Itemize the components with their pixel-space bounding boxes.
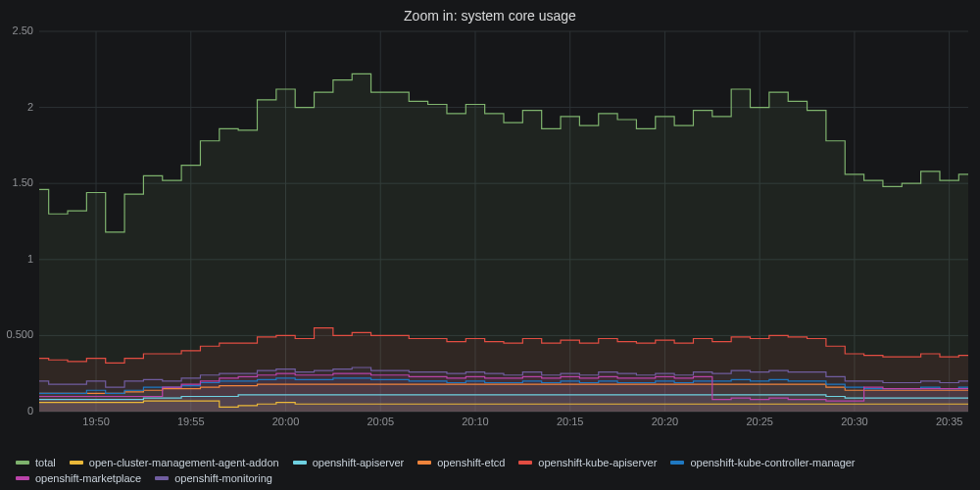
legend-label: openshift-apiserver xyxy=(313,457,405,468)
legend-item[interactable]: openshift-marketplace xyxy=(16,472,141,484)
svg-text:20:10: 20:10 xyxy=(462,416,489,427)
legend-label: openshift-kube-apiserver xyxy=(538,457,657,468)
svg-text:20:20: 20:20 xyxy=(652,416,679,427)
legend-swatch xyxy=(293,461,307,465)
legend-swatch xyxy=(518,461,532,465)
chart-title: Zoom in: system core usage xyxy=(0,0,980,27)
svg-text:2: 2 xyxy=(27,101,33,113)
legend-swatch xyxy=(16,461,29,465)
svg-text:1.50: 1.50 xyxy=(13,176,33,188)
legend-label: total xyxy=(35,457,56,468)
legend-item[interactable]: open-cluster-management-agent-addon xyxy=(70,457,279,468)
legend-item[interactable]: openshift-etcd xyxy=(417,457,505,468)
legend-item[interactable]: openshift-monitoring xyxy=(155,472,272,484)
svg-text:20:30: 20:30 xyxy=(841,416,868,427)
chart-plot-area[interactable]: 00.50011.5022.5019:5019:5520:0020:0520:1… xyxy=(39,31,968,429)
svg-text:0: 0 xyxy=(27,405,33,416)
legend-swatch xyxy=(70,461,83,465)
svg-text:19:50: 19:50 xyxy=(82,416,110,427)
chart-svg[interactable]: 00.50011.5022.5019:5019:5520:0020:0520:1… xyxy=(39,31,968,429)
legend-swatch xyxy=(417,461,431,465)
svg-text:20:35: 20:35 xyxy=(936,416,963,427)
legend-item[interactable]: openshift-apiserver xyxy=(293,457,405,468)
svg-text:20:15: 20:15 xyxy=(557,416,584,427)
svg-text:1: 1 xyxy=(27,253,33,265)
svg-text:2.50: 2.50 xyxy=(13,24,33,36)
chart-legend: totalopen-cluster-management-agent-addon… xyxy=(16,457,968,484)
legend-swatch xyxy=(155,476,169,480)
legend-label: openshift-kube-controller-manager xyxy=(690,457,855,468)
svg-text:0.500: 0.500 xyxy=(6,328,33,340)
chart-panel: Zoom in: system core usage 00.50011.5022… xyxy=(0,0,980,490)
svg-text:20:00: 20:00 xyxy=(272,416,300,427)
legend-item[interactable]: total xyxy=(16,457,56,468)
svg-text:19:55: 19:55 xyxy=(177,416,205,427)
legend-item[interactable]: openshift-kube-controller-manager xyxy=(670,457,855,468)
legend-label: open-cluster-management-agent-addon xyxy=(89,457,279,468)
svg-text:20:25: 20:25 xyxy=(746,416,773,427)
legend-swatch xyxy=(670,461,684,465)
svg-text:20:05: 20:05 xyxy=(367,416,394,427)
legend-label: openshift-monitoring xyxy=(174,472,272,484)
legend-swatch xyxy=(16,476,29,480)
legend-label: openshift-marketplace xyxy=(35,472,141,484)
legend-label: openshift-etcd xyxy=(437,457,505,468)
legend-item[interactable]: openshift-kube-apiserver xyxy=(518,457,657,468)
